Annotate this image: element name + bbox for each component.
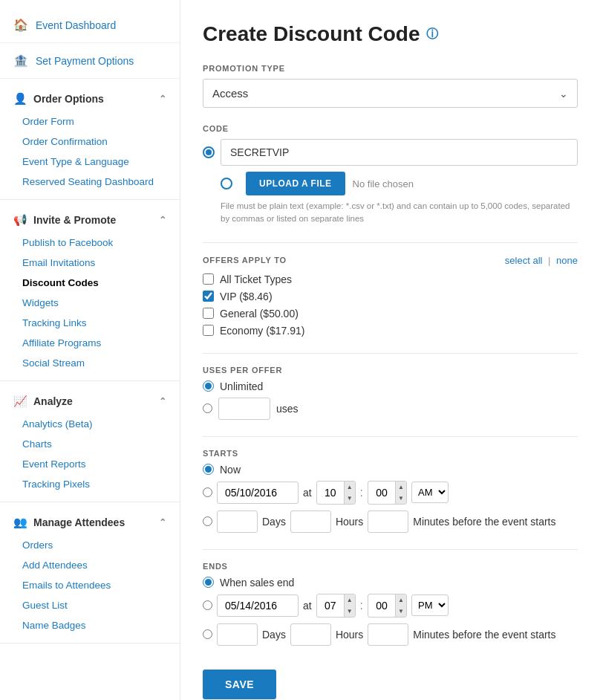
starts-now-radio[interactable] xyxy=(203,464,214,475)
offers-links: select all | none xyxy=(505,255,578,266)
promotion-type-section: PROMOTION TYPE AccessPercent OffDollar O… xyxy=(203,64,578,108)
sidebar-link-publish-facebook[interactable]: Publish to Facebook xyxy=(0,233,180,253)
ticket-checkbox-general[interactable] xyxy=(203,308,214,319)
info-icon[interactable]: ⓘ xyxy=(426,27,438,42)
sidebar-link-email-invitations[interactable]: Email Invitations xyxy=(0,253,180,273)
chevron-icon-analyze: ⌃ xyxy=(159,396,166,406)
sidebar-link-analytics-beta[interactable]: Analytics (Beta) xyxy=(0,414,180,434)
ends-minutes-input[interactable] xyxy=(368,623,408,646)
ticket-label-all-ticket-types: All Ticket Types xyxy=(220,273,292,285)
before-text-starts: Minutes before the event starts xyxy=(413,516,555,528)
starts-hour-up[interactable]: ▲ xyxy=(345,482,355,493)
uses-custom-row: uses xyxy=(203,398,578,420)
starts-hour-input[interactable] xyxy=(317,483,344,502)
sidebar-section-icon-order-options: 👤 xyxy=(13,92,27,106)
ends-min-arrows: ▲ ▼ xyxy=(395,594,406,617)
sidebar-section-manage-attendees: 👥 Manage Attendees ⌃ OrdersAdd Attendees… xyxy=(0,502,180,644)
sidebar-link-guest-list[interactable]: Guest List xyxy=(0,595,180,615)
days-label-ends: Days xyxy=(262,629,286,641)
starts-hours-input[interactable] xyxy=(290,511,331,533)
ends-date-input[interactable] xyxy=(217,594,299,617)
sidebar-section-header-order-options[interactable]: 👤 Order Options ⌃ xyxy=(0,86,180,111)
days-label-starts: Days xyxy=(262,516,286,528)
starts-min-input[interactable] xyxy=(368,483,395,502)
code-input[interactable] xyxy=(221,139,578,166)
starts-hour-down[interactable]: ▼ xyxy=(345,493,355,504)
sidebar-link-event-reports[interactable]: Event Reports xyxy=(0,454,180,474)
sidebar-section-header-analyze[interactable]: 📈 Analyze ⌃ xyxy=(0,389,180,414)
ends-hours-input[interactable] xyxy=(290,623,331,646)
sidebar-link-order-confirmation[interactable]: Order Confirmation xyxy=(0,132,180,152)
save-button[interactable]: SAVE xyxy=(203,670,276,699)
unlimited-row: Unlimited xyxy=(203,380,578,392)
ticket-checkbox-economy[interactable] xyxy=(203,325,214,336)
ends-sales-radio[interactable] xyxy=(203,577,214,588)
sidebar-icon-set-payment-options: 🏦 xyxy=(13,54,28,68)
ticket-checkbox-all-ticket-types[interactable] xyxy=(203,273,214,285)
sidebar-link-discount-codes: Discount Codes xyxy=(0,273,180,293)
starts-min-up[interactable]: ▲ xyxy=(396,482,406,493)
ends-days-input[interactable] xyxy=(217,623,258,646)
upload-file-button[interactable]: UPLOAD A FILE xyxy=(246,172,345,195)
uses-per-offer-label: USES PER OFFER xyxy=(203,366,578,375)
starts-min-spinner: ▲ ▼ xyxy=(368,481,407,505)
unlimited-radio[interactable] xyxy=(203,380,214,392)
starts-min-down[interactable]: ▼ xyxy=(396,493,406,504)
sidebar-link-tracking-pixels[interactable]: Tracking Pixels xyxy=(0,474,180,494)
ends-min-down[interactable]: ▼ xyxy=(396,606,406,617)
code-label: CODE xyxy=(203,124,578,133)
sidebar-link-tracking-links[interactable]: Tracking Links xyxy=(0,313,180,333)
chevron-icon-order-options: ⌃ xyxy=(159,94,166,104)
ends-hour-spinner: ▲ ▼ xyxy=(316,594,356,618)
ticket-type-row-vip: VIP ($8.46) xyxy=(203,291,578,302)
ends-date-radio[interactable] xyxy=(203,600,212,610)
before-text-ends: Minutes before the event starts xyxy=(413,629,555,641)
promotion-type-select-wrapper: AccessPercent OffDollar Off ⌄ xyxy=(203,79,578,108)
ticket-type-row-economy: Economy ($17.91) xyxy=(203,325,578,337)
when-sales-end-label: When sales end xyxy=(220,577,294,589)
sidebar-link-charts[interactable]: Charts xyxy=(0,434,180,454)
ends-hour-down[interactable]: ▼ xyxy=(345,606,355,617)
starts-days-input[interactable] xyxy=(217,511,258,533)
ends-min-input[interactable] xyxy=(368,596,395,615)
ends-hour-up[interactable]: ▲ xyxy=(345,594,355,606)
ticket-type-row-general: General ($50.00) xyxy=(203,308,578,320)
ends-hour-input[interactable] xyxy=(317,596,344,615)
ticket-checkbox-vip[interactable] xyxy=(203,291,214,302)
sidebar-link-event-type-language[interactable]: Event Type & Language xyxy=(0,152,180,172)
sidebar-item-set-payment-options[interactable]: 🏦Set Payment Options xyxy=(0,43,180,79)
sidebar-link-affiliate-programs[interactable]: Affiliate Programs xyxy=(0,333,180,353)
hours-label-ends: Hours xyxy=(336,629,363,641)
sidebar-section-header-manage-attendees[interactable]: 👥 Manage Attendees ⌃ xyxy=(0,510,180,535)
sidebar-link-add-attendees[interactable]: Add Attendees xyxy=(0,555,180,575)
starts-date-radio[interactable] xyxy=(203,487,212,497)
promotion-type-select[interactable]: AccessPercent OffDollar Off xyxy=(203,80,577,107)
sidebar-link-social-stream[interactable]: Social Stream xyxy=(0,353,180,373)
ends-min-up[interactable]: ▲ xyxy=(396,594,406,606)
hours-label-starts: Hours xyxy=(336,516,363,528)
ticket-label-economy: Economy ($17.91) xyxy=(220,325,304,337)
code-radio-file[interactable] xyxy=(221,178,232,189)
select-all-link[interactable]: select all xyxy=(505,255,543,266)
none-link[interactable]: none xyxy=(556,255,578,266)
starts-before-radio[interactable] xyxy=(203,516,212,526)
code-radio-manual[interactable] xyxy=(203,146,215,158)
uses-count-input[interactable] xyxy=(218,398,270,420)
sidebar-section-header-invite-promote[interactable]: 📢 Invite & Promote ⌃ xyxy=(0,207,180,233)
sidebar-item-event-dashboard[interactable]: 🏠Event Dashboard xyxy=(0,7,180,43)
sidebar-link-emails-to-attendees[interactable]: Emails to Attendees xyxy=(0,575,180,595)
sidebar-link-orders[interactable]: Orders xyxy=(0,535,180,555)
starts-date-input[interactable] xyxy=(217,482,299,504)
offers-apply-section: OFFERS APPLY TO select all | none All Ti… xyxy=(203,255,578,337)
divider-3 xyxy=(203,436,578,437)
ends-ampm-select[interactable]: AMPM xyxy=(411,594,449,616)
sidebar-link-reserved-seating-dashboard[interactable]: Reserved Seating Dashboard xyxy=(0,172,180,192)
sidebar-link-widgets[interactable]: Widgets xyxy=(0,293,180,313)
starts-minutes-input[interactable] xyxy=(368,511,408,533)
starts-ampm-select[interactable]: AMPM xyxy=(411,482,449,503)
custom-uses-radio[interactable] xyxy=(203,404,212,413)
sidebar-link-order-form[interactable]: Order Form xyxy=(0,111,180,132)
sidebar-link-name-badges[interactable]: Name Badges xyxy=(0,615,180,635)
ends-before-radio[interactable] xyxy=(203,629,212,639)
ends-section: ENDS When sales end at ▲ ▼ : ▲ ▼ xyxy=(203,562,578,646)
